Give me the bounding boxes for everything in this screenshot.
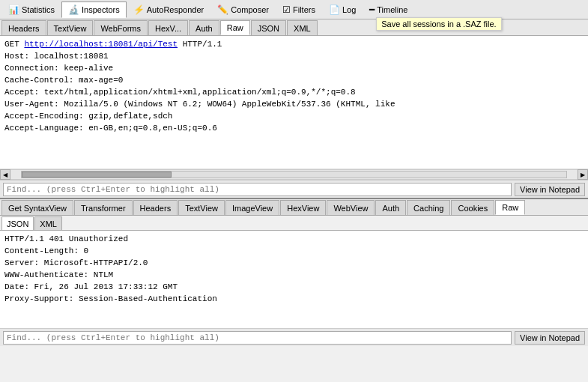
req-tab-headers[interactable]: Headers [1, 20, 46, 35]
response-find-bar: View in Notepad [0, 328, 588, 346]
inspectors-icon: 🔬 [68, 4, 79, 15]
log-icon: 📄 [329, 4, 340, 15]
req-tab-textview[interactable]: TextView [47, 20, 94, 35]
res-tab-transformer[interactable]: Transformer [74, 200, 133, 215]
autoresponder-icon: ⚡ [133, 4, 145, 15]
scroll-right-btn[interactable]: ▶ [578, 169, 588, 180]
toolbar-item-log[interactable]: 📄 Log [322, 1, 363, 18]
toolbar-item-filters[interactable]: ☑ Filters [276, 1, 322, 18]
request-find-bar: View in Notepad [0, 180, 588, 198]
response-content: HTTP/1.1 401 Unauthorized Content-Length… [0, 231, 588, 328]
toolbar-item-autoresponder[interactable]: ⚡ AutoResponder [127, 1, 210, 18]
response-section: Get SyntaxView Transformer Headers TextV… [0, 199, 588, 346]
scrollbar-thumb[interactable] [22, 172, 172, 178]
res-subtab-xml[interactable]: XML [34, 216, 62, 230]
res-tab-cookies[interactable]: Cookies [451, 200, 494, 215]
toolbar-item-statistics[interactable]: 📊 Statistics [1, 1, 61, 18]
request-content: GET http://localhost:18081/api/Test HTTP… [0, 36, 588, 169]
res-tab-caching[interactable]: Caching [407, 200, 450, 215]
response-view-notepad-btn[interactable]: View in Notepad [515, 331, 585, 345]
req-tab-hexview[interactable]: HexV... [148, 20, 188, 35]
response-json-xml-bar: JSON XML [0, 216, 588, 231]
res-tab-webview[interactable]: WebView [327, 200, 375, 215]
top-toolbar: 📊 Statistics 🔬 Inspectors ⚡ AutoResponde… [0, 0, 588, 19]
res-tab-headers[interactable]: Headers [133, 200, 178, 215]
req-tab-raw[interactable]: Raw [220, 20, 250, 35]
toolbar-item-timeline[interactable]: ━ Timeline [363, 1, 414, 18]
filters-icon: ☑ [282, 4, 291, 15]
request-find-input[interactable] [3, 183, 512, 196]
composer-icon: ✏️ [217, 4, 228, 15]
response-find-input[interactable] [3, 331, 512, 345]
res-subtab-json[interactable]: JSON [1, 216, 34, 230]
statistics-icon: 📊 [8, 4, 19, 15]
res-tab-auth[interactable]: Auth [375, 200, 406, 215]
res-tab-hexview[interactable]: HexView [280, 200, 326, 215]
save-tooltip: Save all sessions in a .SAZ file. [376, 17, 501, 31]
response-tab-bar: Get SyntaxView Transformer Headers TextV… [0, 199, 588, 216]
req-tab-webforms[interactable]: WebForms [94, 20, 148, 35]
timeline-icon: ━ [369, 4, 375, 15]
res-tab-getsyntaxview[interactable]: Get SyntaxView [1, 200, 73, 215]
req-tab-json[interactable]: JSON [251, 20, 286, 35]
res-tab-imageview[interactable]: ImageView [225, 200, 279, 215]
toolbar-item-composer[interactable]: ✏️ Composer Save all sessions in a .SAZ … [210, 1, 276, 18]
request-section: Headers TextView WebForms HexV... Auth R… [0, 19, 588, 199]
res-tab-raw[interactable]: Raw [495, 200, 525, 215]
scrollbar-track[interactable] [21, 171, 567, 178]
request-view-notepad-btn[interactable]: View in Notepad [515, 183, 585, 196]
scroll-left-btn[interactable]: ◀ [0, 169, 10, 180]
res-tab-textview[interactable]: TextView [178, 200, 225, 215]
toolbar-item-inspectors[interactable]: 🔬 Inspectors [61, 1, 127, 18]
request-scrollbar: ◀ ▶ [0, 169, 588, 180]
request-url-link[interactable]: http://localhost:18081/api/Test [24, 40, 178, 49]
req-tab-auth[interactable]: Auth [189, 20, 219, 35]
req-tab-xml[interactable]: XML [287, 20, 318, 35]
